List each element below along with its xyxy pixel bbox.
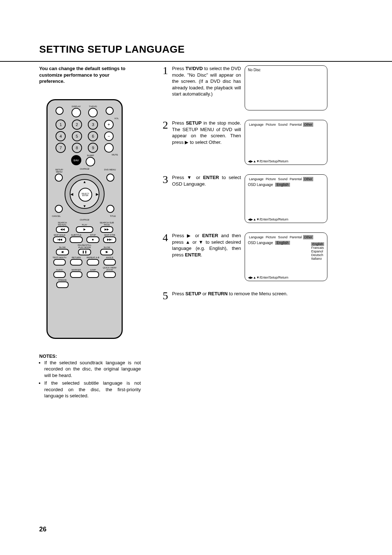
marker-button (70, 271, 82, 278)
play-button: ▶ (76, 226, 93, 233)
num-2: 2 (72, 119, 82, 130)
eject-button (106, 107, 114, 115)
left-arrow-icon: ◀ (70, 192, 73, 196)
num-8: 8 (72, 143, 82, 153)
power-button (56, 107, 64, 115)
remote-control-diagram: DISPLAY TV/DVD VOL 1 2 3 + (46, 99, 123, 339)
right-arrow-icon: ▶ (96, 192, 99, 196)
step-text: Press TV/DVD to select the DVD mode. "No… (172, 65, 245, 110)
menu-tab: Other (303, 177, 314, 181)
num-3: 3 (88, 119, 98, 130)
search-reveal-label: SEARCH REVEAL (55, 222, 70, 226)
sleep-label: SLEEP (87, 154, 94, 157)
step-number: 3 (163, 174, 172, 223)
return-label: RETURN (72, 256, 81, 259)
screen-mockup: No Disc (245, 65, 327, 110)
vol-up-button: + (104, 120, 114, 129)
screen-mockup: LanguagePictureSoundParentalOther◀▶▲▼/En… (245, 120, 327, 165)
skip-ftb-label: SKIP F/T/B (104, 234, 115, 236)
menu-tab: Language (248, 122, 265, 127)
zero-av-button: 0/AV (71, 155, 81, 165)
marker-label: MARKER (72, 269, 81, 271)
menu-tab: Other (303, 122, 314, 127)
return-button (70, 259, 82, 266)
cancel-button (55, 205, 63, 213)
play-label: PLAY (82, 224, 87, 226)
quickview-label: QUICK VIEW/ ZOOM (102, 267, 117, 271)
menu-tab: Picture (265, 235, 277, 239)
skip-fwd-button: ▶▶I (103, 236, 116, 243)
menu-tab: Parental (289, 235, 303, 239)
text-mix-button (53, 259, 66, 266)
num-9: 9 (88, 143, 98, 153)
ch-page-down-label: CH/PAGE (80, 219, 90, 221)
screen-footer: ◀▶▲▼/Enter/Setup/Return (248, 159, 288, 163)
mute-label: MUTE (112, 154, 118, 156)
notes-section: NOTES: If the selected soundtrack langua… (39, 353, 141, 399)
menu-tab: Parental (289, 177, 303, 181)
dvd-menu-label: DVD MENU (103, 169, 117, 171)
ff-button: ▶▶ (100, 226, 113, 233)
step-3: 3Press ▼ or ENTER to select OSD Language… (163, 174, 363, 223)
jump-label: JUMP (90, 269, 96, 271)
up-arrow-icon: ▲ (83, 180, 86, 184)
angle-button (103, 259, 116, 266)
step-number: 4 (163, 232, 172, 281)
note-item: If the selected soundtrack language is n… (44, 360, 141, 379)
audio-label: AUDIO (56, 269, 63, 271)
step-5: 5Press SETUP or RETURN to remove the Men… (163, 291, 363, 300)
page-number: 26 (39, 526, 46, 533)
step-2: 2Press SETUP in the stop mode. The SETUP… (163, 120, 363, 165)
step-text: Press SETUP or RETURN to remove the Menu… (172, 291, 363, 297)
menu-tab: Language (248, 235, 265, 239)
menu-row: OSD LanguageEnglish (248, 183, 324, 187)
slow-l-label: SLOW (59, 246, 66, 248)
intro-text: You can change the default settings to c… (39, 65, 134, 85)
divider (0, 61, 392, 62)
step-number: 2 (163, 120, 172, 165)
num-7: 7 (56, 143, 66, 153)
step-1: 1Press TV/DVD to select the DVD mode. "N… (163, 65, 363, 110)
menu-tab: Picture (265, 122, 277, 127)
screen-footer: ◀▶▲▼/Enter/Setup/Return (248, 218, 288, 221)
step-4: 4Press ▶ or ENTER and then press ▲ or ▼ … (163, 232, 363, 281)
setup-menu-label: SETUP/ MENU (52, 169, 66, 173)
cancel-label: CANCEL (52, 215, 61, 217)
stop-button: ■ (86, 236, 99, 243)
subtitle-label: SUBTITLE (71, 234, 82, 236)
title-label: TITLE (110, 215, 116, 217)
ch-page-up-label: CH/PAGE (80, 168, 90, 170)
num-5: 5 (72, 131, 82, 141)
vol-label: VOL (114, 117, 119, 119)
sleep-button (86, 157, 95, 166)
freeze-button (56, 281, 69, 288)
setup-menu-button (55, 174, 63, 182)
slow-fwd-button: I▶ (100, 249, 113, 255)
menu-tab: Picture (265, 177, 277, 181)
step-text: Press ▼ or ENTER to select OSD Language. (172, 174, 245, 223)
language-list: EnglishFrancaisEspanolDeutschItaliano (311, 242, 324, 260)
menu-tab: Language (248, 177, 265, 181)
stop-label: STOP (90, 234, 96, 236)
step-number: 5 (163, 291, 172, 300)
jump-button (87, 271, 99, 278)
mute-button (104, 143, 114, 153)
repeat-label: REPEAT A-B (87, 256, 99, 259)
quickview-button (103, 271, 116, 278)
menu-tab: Sound (277, 235, 289, 239)
search-subpage-label: SEARCH SUB PAGE (99, 222, 114, 226)
menu-tab: Parental (289, 122, 303, 127)
note-item: If the selected subtitle language is not… (44, 380, 141, 399)
screen-text: No Disc (248, 68, 324, 72)
display-label: DISPLAY (72, 105, 81, 108)
menu-tab: Sound (277, 122, 289, 127)
display-button (72, 108, 81, 117)
tvdvd-button (88, 108, 98, 117)
screen-footer: ◀▶▲▼/Enter/Setup/Return (248, 276, 288, 279)
num-6: 6 (88, 131, 98, 141)
menu-tab: Other (303, 235, 314, 239)
title-button (106, 205, 114, 213)
slow-r-label: SLOW (103, 246, 110, 248)
text-mix-label: TEXT/ MIX/TV (53, 256, 67, 259)
dvd-menu-button (106, 174, 114, 182)
